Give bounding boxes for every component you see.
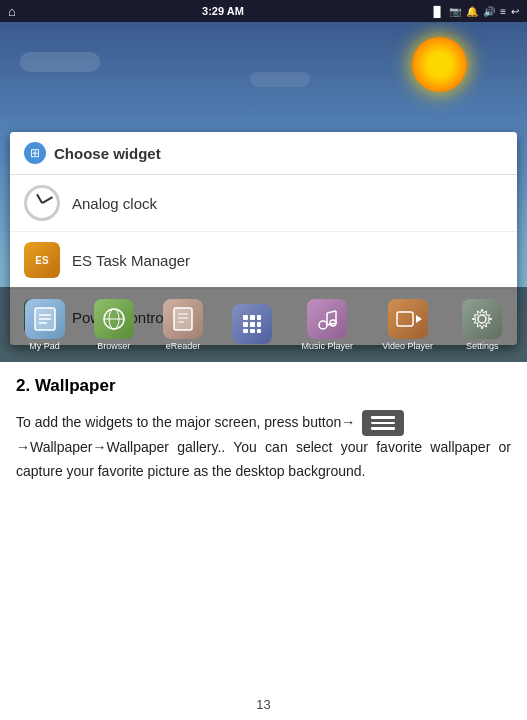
ereader-label: eReader [166, 341, 201, 351]
svg-rect-13 [243, 315, 248, 320]
status-bar: ⌂ 3:29 AM ▐▌ 📷 🔔 🔊 ≡ ↩ [0, 0, 527, 22]
svg-rect-15 [257, 315, 261, 320]
analog-clock-icon [24, 185, 60, 221]
menu-icon[interactable]: ≡ [500, 6, 506, 17]
music-player-label: Music Player [301, 341, 353, 351]
svg-point-22 [319, 321, 327, 329]
signal-icon: ▐▌ [430, 6, 444, 17]
mypad-icon [25, 299, 65, 339]
menu-line-1 [371, 416, 395, 419]
camera-icon: 📷 [449, 6, 461, 17]
music-player-icon [307, 299, 347, 339]
section-title: 2. Wallpaper [16, 376, 511, 396]
dock-item-music-player[interactable]: Music Player [301, 299, 353, 351]
screenshot-area: ⊞ Choose widget Analog clock ES ES Task … [0, 22, 527, 362]
widget-dialog-header: ⊞ Choose widget [10, 132, 517, 175]
svg-line-26 [327, 311, 336, 313]
page-indicator [247, 275, 280, 282]
volume-icon: 🔔 [466, 6, 478, 17]
dock-item-apps-grid[interactable] [232, 304, 272, 346]
body-paragraph: To add the widgets to the major screen, … [16, 410, 511, 484]
home-icon: ⌂ [8, 4, 16, 19]
svg-rect-20 [250, 329, 255, 333]
status-right-icons: ▐▌ 📷 🔔 🔊 ≡ ↩ [430, 6, 519, 17]
paragraph-text-start: To add the widgets to the major screen, … [16, 414, 355, 430]
sun-decoration [412, 37, 467, 92]
dot-3 [273, 275, 280, 282]
video-player-icon [388, 299, 428, 339]
dock-item-browser[interactable]: Browser [94, 299, 134, 351]
dock-item-ereader[interactable]: eReader [163, 299, 203, 351]
settings-icon [462, 299, 502, 339]
widget-header-icon: ⊞ [24, 142, 46, 164]
video-player-label: Video Player [382, 341, 433, 351]
page-footer: 13 [0, 697, 527, 712]
menu-button-inline [362, 410, 404, 436]
svg-rect-17 [250, 322, 255, 327]
svg-rect-16 [243, 322, 248, 327]
svg-rect-9 [174, 308, 192, 330]
ereader-icon [163, 299, 203, 339]
content-area: 2. Wallpaper To add the widgets to the m… [0, 362, 527, 494]
dot-2 [260, 275, 267, 282]
svg-marker-29 [416, 315, 422, 323]
dot-1 [247, 275, 254, 282]
svg-rect-14 [250, 315, 255, 320]
mypad-label: My Pad [29, 341, 60, 351]
browser-label: Browser [97, 341, 130, 351]
browser-icon [94, 299, 134, 339]
status-left-icons: ⌂ [8, 4, 16, 19]
sound-icon: 🔊 [483, 6, 495, 17]
cloud-decoration-1 [20, 52, 100, 72]
menu-line-3 [371, 427, 395, 430]
dock-item-settings[interactable]: Settings [462, 299, 502, 351]
menu-line-2 [371, 422, 395, 425]
status-time: 3:29 AM [202, 5, 244, 17]
analog-clock-label: Analog clock [72, 195, 157, 212]
dock-item-video-player[interactable]: Video Player [382, 299, 433, 351]
svg-rect-21 [257, 329, 261, 333]
widget-header-title: Choose widget [54, 145, 161, 162]
cloud-decoration-2 [250, 72, 310, 87]
widget-item-analog-clock[interactable]: Analog clock [10, 175, 517, 232]
es-task-manager-label: ES Task Manager [72, 252, 190, 269]
svg-rect-28 [397, 312, 413, 326]
paragraph-text-end: →Wallpaper→Wallpaper gallery.. You can s… [16, 439, 511, 479]
menu-lines-icon [371, 416, 395, 430]
widget-icon-symbol: ⊞ [30, 146, 40, 160]
back-icon[interactable]: ↩ [511, 6, 519, 17]
page-number: 13 [256, 697, 270, 712]
apps-grid-icon [232, 304, 272, 344]
dock-bar: My Pad Browser eReader [0, 287, 527, 362]
svg-point-30 [478, 315, 486, 323]
dock-item-mypad[interactable]: My Pad [25, 299, 65, 351]
svg-rect-18 [257, 322, 261, 327]
svg-rect-19 [243, 329, 248, 333]
es-task-manager-icon: ES [24, 242, 60, 278]
settings-label: Settings [466, 341, 499, 351]
